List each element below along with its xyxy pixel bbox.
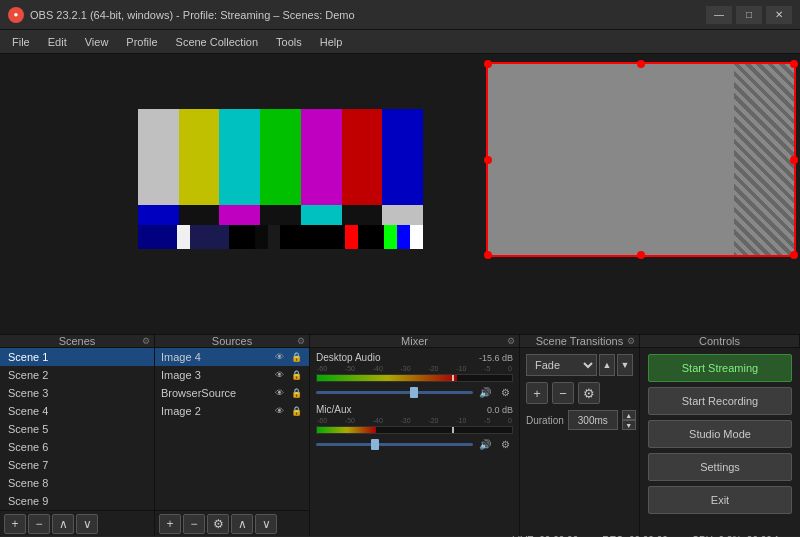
scenes-panel-header: Scenes ⚙ <box>0 335 155 347</box>
desktop-audio-fader[interactable] <box>316 391 473 394</box>
duration-input[interactable] <box>568 410 618 430</box>
scene-item[interactable]: Scene 7 <box>0 456 154 474</box>
transition-arrow-down[interactable]: ▼ <box>617 354 633 376</box>
source-name: Image 2 <box>161 405 201 417</box>
start-recording-button[interactable]: Start Recording <box>648 387 792 415</box>
desktop-audio-meter-fill <box>317 375 457 381</box>
start-streaming-button[interactable]: Start Streaming <box>648 354 792 382</box>
source-settings-button[interactable]: ⚙ <box>207 514 229 534</box>
mic-aux-fader[interactable] <box>316 443 473 446</box>
menu-bar: File Edit View Profile Scene Collection … <box>0 30 800 54</box>
mixer-panel-header: Mixer ⚙ <box>310 335 520 347</box>
mic-aux-mute-icon[interactable]: 🔊 <box>477 436 493 452</box>
scene-item[interactable]: Scene 9 <box>0 492 154 510</box>
source-eye-icon[interactable]: 👁 <box>272 351 286 363</box>
mic-aux-meter <box>316 426 513 434</box>
exit-button[interactable]: Exit <box>648 486 792 514</box>
bottom-panels: Scenes ⚙ Sources ⚙ Mixer ⚙ Scene Transit… <box>0 334 800 529</box>
scenes-config-icon[interactable]: ⚙ <box>142 336 150 346</box>
source-eye-icon[interactable]: 👁 <box>272 369 286 381</box>
source-eye-icon[interactable]: 👁 <box>272 405 286 417</box>
controls-panel: Start Streaming Start Recording Studio M… <box>640 348 800 536</box>
bar-yellow <box>179 109 220 205</box>
scene-item[interactable]: Scene 6 <box>0 438 154 456</box>
mic-aux-settings-icon[interactable]: ⚙ <box>497 436 513 452</box>
sources-panel: Image 4 👁 🔒 Image 3 👁 🔒 <box>155 348 310 536</box>
scene-item[interactable]: Scene 2 <box>0 366 154 384</box>
menu-file[interactable]: File <box>4 34 38 50</box>
up-source-button[interactable]: ∧ <box>231 514 253 534</box>
sources-config-icon[interactable]: ⚙ <box>297 336 305 346</box>
source-lock-icon[interactable]: 🔒 <box>289 405 303 417</box>
preview-area <box>0 54 800 334</box>
transition-arrow-up[interactable]: ▲ <box>599 354 615 376</box>
bar-gray <box>138 109 179 205</box>
smpte-main-bars <box>138 109 423 205</box>
add-source-button[interactable]: + <box>159 514 181 534</box>
source-name: Image 3 <box>161 369 201 381</box>
desktop-audio-settings-icon[interactable]: ⚙ <box>497 384 513 400</box>
scenes-list: Scene 1 Scene 2 Scene 3 Scene 4 Scene 5 … <box>0 348 154 510</box>
source-item[interactable]: Image 4 👁 🔒 <box>155 348 309 366</box>
remove-transition-button[interactable]: − <box>552 382 574 404</box>
duration-label: Duration <box>526 415 564 426</box>
remove-source-button[interactable]: − <box>183 514 205 534</box>
source-lock-icon[interactable]: 🔒 <box>289 369 303 381</box>
transition-type-select[interactable]: Fade <box>526 354 597 376</box>
scene-item[interactable]: Scene 1 <box>0 348 154 366</box>
panels-content: Scene 1 Scene 2 Scene 3 Scene 4 Scene 5 … <box>0 348 800 536</box>
add-transition-button[interactable]: + <box>526 382 548 404</box>
bar-magenta <box>301 109 342 205</box>
scene-item[interactable]: Scene 4 <box>0 402 154 420</box>
title-bar-controls[interactable]: — □ ✕ <box>706 6 792 24</box>
menu-view[interactable]: View <box>77 34 117 50</box>
source-item[interactable]: BrowserSource 👁 🔒 <box>155 384 309 402</box>
transitions-panel-header: Scene Transitions ⚙ <box>520 335 640 347</box>
image-source-preview[interactable] <box>486 64 794 257</box>
up-scene-button[interactable]: ∧ <box>52 514 74 534</box>
desktop-audio-level: -15.6 dB <box>479 353 513 363</box>
mic-aux-level: 0.0 dB <box>487 405 513 415</box>
smpte-color-bars[interactable] <box>138 109 423 249</box>
transitions-config-icon[interactable]: ⚙ <box>627 336 635 346</box>
scene-item[interactable]: Scene 8 <box>0 474 154 492</box>
scene-item[interactable]: Scene 5 <box>0 420 154 438</box>
close-button[interactable]: ✕ <box>766 6 792 24</box>
mixer-panel: Desktop Audio -15.6 dB -60 -50 -40 -30 -… <box>310 348 520 536</box>
panels-header: Scenes ⚙ Sources ⚙ Mixer ⚙ Scene Transit… <box>0 334 800 348</box>
source-lock-icon[interactable]: 🔒 <box>289 351 303 363</box>
minimize-button[interactable]: — <box>706 6 732 24</box>
settings-button[interactable]: Settings <box>648 453 792 481</box>
transition-settings-button[interactable]: ⚙ <box>578 382 600 404</box>
remove-scene-button[interactable]: − <box>28 514 50 534</box>
source-item[interactable]: Image 2 👁 🔒 <box>155 402 309 420</box>
desktop-audio-channel: Desktop Audio -15.6 dB -60 -50 -40 -30 -… <box>316 352 513 400</box>
menu-tools[interactable]: Tools <box>268 34 310 50</box>
desktop-audio-mute-icon[interactable]: 🔊 <box>477 384 493 400</box>
source-eye-icon[interactable]: 👁 <box>272 387 286 399</box>
fader-thumb[interactable] <box>410 387 418 398</box>
duration-up-arrow[interactable]: ▲ <box>622 410 636 420</box>
studio-mode-button[interactable]: Studio Mode <box>648 420 792 448</box>
menu-edit[interactable]: Edit <box>40 34 75 50</box>
sources-list: Image 4 👁 🔒 Image 3 👁 🔒 <box>155 348 309 510</box>
source-lock-icon[interactable]: 🔒 <box>289 387 303 399</box>
menu-profile[interactable]: Profile <box>118 34 165 50</box>
scenes-footer: + − ∧ ∨ <box>0 510 154 536</box>
hatch-pattern <box>734 64 794 257</box>
menu-help[interactable]: Help <box>312 34 351 50</box>
source-item[interactable]: Image 3 👁 🔒 <box>155 366 309 384</box>
scene-item[interactable]: Scene 3 <box>0 384 154 402</box>
duration-down-arrow[interactable]: ▼ <box>622 420 636 430</box>
fader-thumb[interactable] <box>371 439 379 450</box>
mic-aux-label: Mic/Aux <box>316 404 352 415</box>
menu-scene-collection[interactable]: Scene Collection <box>168 34 267 50</box>
mic-aux-meter-fill <box>317 427 376 433</box>
down-source-button[interactable]: ∨ <box>255 514 277 534</box>
maximize-button[interactable]: □ <box>736 6 762 24</box>
add-scene-button[interactable]: + <box>4 514 26 534</box>
controls-panel-header: Controls <box>640 335 800 347</box>
mixer-config-icon[interactable]: ⚙ <box>507 336 515 346</box>
mic-aux-channel: Mic/Aux 0.0 dB -60 -50 -40 -30 -20 -10 -… <box>316 404 513 452</box>
down-scene-button[interactable]: ∨ <box>76 514 98 534</box>
